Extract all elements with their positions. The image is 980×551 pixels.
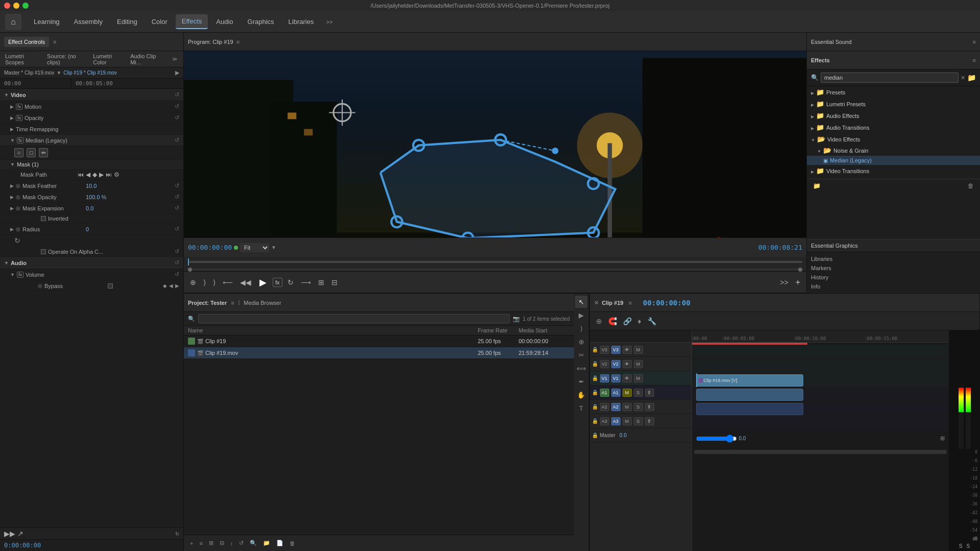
tab-effect-controls[interactable]: Effect Controls bbox=[4, 37, 49, 47]
effect-controls-menu-icon[interactable]: ≡ bbox=[53, 39, 56, 45]
master-end-icon[interactable]: ⊞ bbox=[940, 435, 945, 442]
essential-sound-menu[interactable]: ≡ bbox=[973, 39, 976, 45]
add-marker-btn[interactable]: + bbox=[794, 277, 802, 288]
folder-audio-transitions[interactable]: 📁 Audio Transitions bbox=[807, 122, 980, 133]
monitor-progress-bar[interactable] bbox=[184, 257, 806, 267]
folder-audio-effects[interactable]: 📁 Audio Effects bbox=[807, 110, 980, 122]
menu-editing[interactable]: Editing bbox=[111, 15, 144, 29]
info-item[interactable]: Info bbox=[811, 282, 976, 291]
automate-btn[interactable]: ↺ bbox=[237, 539, 246, 547]
tl-snap-btn[interactable]: 🧲 bbox=[606, 316, 619, 326]
lock-a3[interactable]: 🔒 bbox=[592, 418, 598, 424]
project-search-input[interactable] bbox=[198, 314, 510, 323]
delete-btn[interactable]: 🗑 bbox=[288, 539, 297, 547]
radius-reset[interactable]: ↺ bbox=[175, 226, 179, 232]
motion-label[interactable]: Motion bbox=[25, 104, 86, 110]
insert-btn[interactable]: ⊞ bbox=[316, 277, 326, 288]
more-controls-btn[interactable]: >> bbox=[778, 277, 790, 288]
mask-last-btn[interactable]: ⏭ bbox=[106, 171, 112, 178]
snap-btn[interactable]: ⟩ bbox=[201, 277, 208, 288]
menu-audio[interactable]: Audio bbox=[210, 15, 239, 29]
fx-btn[interactable]: fx bbox=[273, 278, 282, 287]
sort-btn[interactable]: ↕ bbox=[228, 539, 235, 547]
solo-a3[interactable]: S bbox=[634, 417, 643, 425]
mute-v1[interactable]: M bbox=[634, 374, 643, 382]
zoom-bar[interactable] bbox=[184, 267, 806, 271]
eye-a2[interactable]: A2 bbox=[611, 403, 620, 411]
track-v3[interactable] bbox=[692, 345, 949, 359]
history-item[interactable]: History bbox=[811, 273, 976, 282]
program-monitor-menu[interactable]: ≡ bbox=[236, 39, 240, 45]
lock-v1[interactable]: 🔒 bbox=[592, 375, 598, 381]
motion-reset[interactable]: ↺ bbox=[175, 103, 179, 110]
forward-btn[interactable]: ⟶ bbox=[299, 277, 313, 288]
track-a3[interactable] bbox=[692, 416, 949, 430]
overwrite-btn[interactable]: ⊟ bbox=[329, 277, 340, 288]
track-transform-tool[interactable]: ⊕ bbox=[575, 336, 587, 348]
volume-label[interactable]: Volume bbox=[26, 272, 87, 278]
program-monitor-video[interactable] bbox=[184, 51, 806, 237]
track-select-tool[interactable]: ▶ bbox=[575, 309, 587, 321]
opacity-reset[interactable]: ↺ bbox=[175, 114, 179, 121]
effects-menu-icon[interactable]: ≡ bbox=[973, 57, 976, 63]
list-view-btn[interactable]: ≡ bbox=[197, 539, 204, 547]
new-custom-bin-btn[interactable]: 📁 bbox=[811, 181, 823, 190]
new-bin-btn[interactable]: 📁 bbox=[261, 539, 272, 547]
mute-a3[interactable]: M bbox=[623, 417, 632, 425]
mask-next-btn[interactable]: ▶ bbox=[99, 171, 104, 178]
menu-assembly[interactable]: Assembly bbox=[68, 15, 109, 29]
camera-icon[interactable]: 📷 bbox=[513, 316, 520, 322]
tab-media-browser[interactable]: Media Browser bbox=[244, 300, 281, 306]
new-item-btn[interactable]: 📄 bbox=[274, 539, 285, 547]
tab-audio-clip-mixer[interactable]: Audio Clip Mi... bbox=[127, 52, 167, 66]
find-btn[interactable]: 🔍 bbox=[248, 539, 259, 547]
razor-tool[interactable]: ✂ bbox=[575, 349, 587, 361]
clip-label[interactable]: Clip #19 * Clip #19.mov bbox=[63, 70, 117, 76]
mask-settings-btn[interactable]: ⚙ bbox=[114, 171, 119, 178]
ec-play-btn[interactable]: ▶▶ bbox=[4, 530, 15, 538]
project-row-clip19mov[interactable]: 🎬 Clip #19.mov 25.00 fps 21:59:28:14 bbox=[184, 347, 574, 359]
track-v1[interactable]: Clip #19.mov [V] bbox=[692, 373, 949, 388]
master-fader[interactable] bbox=[696, 435, 737, 443]
project-row-clip19[interactable]: 🎬 Clip #19 25.00 fps 00:00:00:00 bbox=[184, 336, 574, 347]
mask-feather-label[interactable]: Mask Feather bbox=[22, 183, 84, 189]
subtabs-more[interactable]: ≫ bbox=[168, 54, 181, 64]
loop-btn[interactable]: ↻ bbox=[285, 277, 296, 288]
folder-video-effects[interactable]: 📂 Video Effects bbox=[807, 133, 980, 145]
col-mediastart[interactable]: Media Start bbox=[519, 327, 570, 333]
zoom-track[interactable] bbox=[188, 269, 802, 270]
linked-btn[interactable]: ⟩ bbox=[211, 277, 218, 288]
tl-link-btn[interactable]: 🔗 bbox=[621, 316, 634, 326]
mask-expansion-label[interactable]: Mask Expansion bbox=[22, 205, 84, 211]
ec-spin-btn[interactable]: ↻ bbox=[175, 531, 179, 537]
track-active-v1[interactable]: V1 bbox=[600, 374, 609, 382]
folder-noise-grain[interactable]: 📂 Noise & Grain bbox=[807, 145, 980, 156]
ellipse-mask-btn[interactable]: ○ bbox=[14, 148, 23, 157]
bypass-nav-prev[interactable]: ◀ bbox=[169, 283, 173, 289]
clip-nav-arrow[interactable]: ▶ bbox=[175, 69, 179, 76]
zoom-handle-right[interactable] bbox=[798, 268, 802, 272]
mute-a2[interactable]: M bbox=[623, 403, 632, 411]
playhead[interactable] bbox=[188, 258, 189, 266]
project-title[interactable]: Project: Tester bbox=[188, 300, 227, 306]
track-v2[interactable] bbox=[692, 359, 949, 373]
master-value[interactable]: 0.0 bbox=[619, 433, 627, 438]
mask1-label[interactable]: Mask (1) bbox=[17, 161, 39, 167]
mute-a1[interactable]: M bbox=[623, 389, 632, 397]
clip-a1[interactable] bbox=[696, 389, 803, 401]
rect-mask-btn[interactable]: □ bbox=[27, 148, 36, 157]
track-select-a2[interactable]: A2 bbox=[600, 403, 609, 411]
fit-select[interactable]: Fit 25% 50% 75% 100% bbox=[240, 243, 269, 252]
tl-marker-btn[interactable]: ♦ bbox=[636, 316, 643, 326]
pen-mask-btn[interactable]: ✏ bbox=[39, 148, 48, 157]
scroll-track[interactable] bbox=[694, 450, 947, 454]
mic-a1[interactable]: 🎙 bbox=[645, 389, 654, 397]
type-tool[interactable]: T bbox=[575, 402, 587, 414]
mask-feather-value[interactable]: 10.0 bbox=[86, 183, 97, 189]
solo-a1[interactable]: S bbox=[634, 389, 643, 397]
bypass-checkbox[interactable] bbox=[108, 283, 113, 289]
mask-feather-reset[interactable]: ↺ bbox=[175, 182, 179, 189]
libraries-item[interactable]: Libraries bbox=[811, 254, 976, 263]
new-folder-btn[interactable]: 📁 bbox=[967, 74, 976, 82]
close-button[interactable] bbox=[4, 3, 10, 9]
